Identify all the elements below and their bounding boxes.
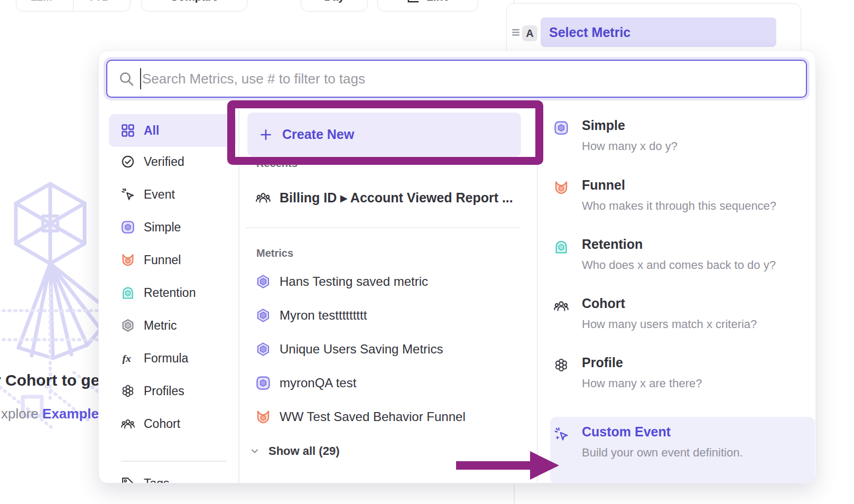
type-row-simple[interactable]: Simple How many x do y? — [550, 118, 815, 153]
type-title: Profile — [582, 355, 702, 370]
sidebar-item-all[interactable]: All — [109, 114, 236, 147]
type-row-profile[interactable]: Profile How many x are there? — [550, 355, 815, 390]
metric-list-item[interactable]: Myron testtttttttt — [255, 302, 519, 329]
verified-badge-icon — [120, 154, 135, 169]
saved-metric-hexagon-icon — [255, 274, 271, 290]
retention-icon — [120, 285, 135, 300]
metric-list-item-label: Hans Testing saved metric — [280, 274, 428, 289]
type-description: Who does x and comes back to do y? — [582, 258, 776, 272]
simple-metric-icon — [553, 120, 569, 136]
cohort-people-icon — [255, 190, 271, 206]
metric-list-item-label: myronQA test — [280, 376, 356, 390]
retention-icon — [553, 239, 569, 255]
search-field-wrapper — [106, 60, 807, 98]
recent-metric-row[interactable]: Billing ID ▸ Account Viewed Report ... — [255, 184, 519, 211]
range-ytd-label: YTD — [88, 0, 110, 3]
cohort-people-icon — [120, 416, 135, 431]
show-all-label: Show all (29) — [268, 444, 339, 458]
funnel-icon — [120, 253, 135, 267]
line-chart-icon — [406, 0, 420, 4]
chart-type-label: Line — [426, 0, 449, 3]
metrics-section-label: Metrics — [256, 247, 293, 259]
simple-metric-icon — [120, 220, 135, 235]
sidebar-item-event[interactable]: Event — [109, 178, 236, 211]
sidebar-item-label: Verified — [144, 155, 184, 169]
sidebar-item-verified[interactable]: Verified — [109, 145, 236, 178]
explore-text-fragment: xplore — [1, 406, 42, 422]
type-description: How many x are there? — [582, 377, 702, 390]
search-icon — [118, 70, 135, 87]
chart-type-button[interactable]: Line — [377, 0, 478, 12]
range-12m-label: 12M — [31, 0, 52, 3]
sidebar-item-label: Cohort — [144, 417, 180, 431]
sidebar-item-funnel[interactable]: Funnel — [109, 244, 236, 276]
app-screen: 12M YTD Compare Day Line A Select Metric — [0, 0, 854, 504]
sidebar-item-label: Profiles — [144, 384, 184, 398]
recent-metric-label: Billing ID ▸ Account Viewed Report ... — [280, 190, 513, 206]
sidebar-item-tags[interactable]: Tags — [109, 467, 236, 483]
sidebar-item-formula[interactable]: fx Formula — [109, 342, 236, 375]
search-input[interactable] — [106, 60, 807, 98]
sidebar-item-label: Simple — [144, 220, 181, 235]
type-description: How many x do y? — [582, 139, 677, 153]
event-cursor-icon — [120, 187, 135, 202]
interval-label: Day — [324, 0, 345, 3]
empty-state-illustration — [0, 176, 106, 430]
chevron-down-icon — [249, 446, 260, 456]
metric-list-item[interactable]: myronQA test — [255, 369, 519, 397]
funnel-icon — [553, 180, 569, 195]
type-row-custom-event[interactable]: Custom Event Build your own event defini… — [550, 417, 815, 483]
segment-divider — [73, 0, 74, 11]
recents-divider — [246, 227, 519, 228]
cohort-people-icon — [553, 298, 569, 314]
sidebar-item-label: Metric — [144, 319, 177, 333]
metric-list-item[interactable]: Unique Users Saving Metrics — [255, 335, 519, 363]
type-title: Custom Event — [582, 424, 743, 440]
interval-button[interactable]: Day — [301, 0, 368, 12]
type-title: Retention — [582, 237, 776, 252]
custom-event-icon — [553, 426, 569, 442]
show-all-button[interactable]: Show all (29) — [249, 439, 339, 463]
date-range-segmented-control: 12M YTD — [16, 0, 131, 12]
type-description: Build your own event definition. — [582, 446, 743, 460]
sidebar-item-metric[interactable]: Metric — [109, 309, 236, 342]
compare-button[interactable]: Compare — [141, 0, 247, 12]
range-ytd-button[interactable]: YTD — [80, 0, 130, 11]
metric-list-item-label: Unique Users Saving Metrics — [280, 342, 443, 357]
sidebar-item-simple[interactable]: Simple — [109, 211, 236, 244]
metric-list-item[interactable]: WW Test Saved Behavior Funnel — [255, 403, 519, 431]
select-metric-label: Select Metric — [549, 25, 630, 40]
sidebar-item-retention[interactable]: Retention — [109, 276, 236, 309]
metric-list-item[interactable]: Hans Testing saved metric — [255, 268, 519, 295]
sidebar-divider — [238, 109, 239, 483]
profiles-flower-icon — [120, 384, 135, 398]
type-description: How many users match x criteria? — [582, 318, 757, 331]
metric-list-item-label: Myron testtttttttt — [280, 308, 367, 323]
funnel-icon — [255, 409, 271, 425]
type-row-retention[interactable]: Retention Who does x and comes back to d… — [550, 237, 815, 272]
type-row-funnel[interactable]: Funnel Who makes it through this sequenc… — [550, 178, 815, 213]
select-metric-button[interactable]: Select Metric — [541, 17, 776, 47]
type-row-cohort[interactable]: Cohort How many users match x criteria? — [550, 296, 815, 331]
sidebar-item-label: Formula — [144, 351, 188, 366]
type-title: Cohort — [582, 296, 757, 311]
sidebar-section-divider — [121, 461, 227, 462]
grid-icon — [120, 123, 135, 138]
annotation-highlight-box — [227, 100, 543, 165]
chevron-down-icon — [114, 0, 123, 1]
simple-metric-icon — [255, 375, 271, 391]
range-12m-button[interactable]: 12M — [16, 0, 67, 11]
drag-handle-icon[interactable] — [511, 27, 521, 37]
sidebar-item-profiles[interactable]: Profiles — [109, 375, 236, 407]
type-title: Simple — [582, 118, 677, 133]
saved-metric-hexagon-icon — [255, 307, 271, 323]
sidebar-item-label: Retention — [144, 286, 196, 300]
query-row-badge: A — [522, 25, 537, 41]
sidebar-item-cohort[interactable]: Cohort — [109, 407, 236, 440]
example-link[interactable]: Example — [42, 406, 99, 422]
metric-hexagon-icon — [120, 318, 135, 333]
metric-list-item-label: WW Test Saved Behavior Funnel — [280, 409, 466, 424]
annotation-arrow — [456, 461, 531, 470]
annotation-arrow-head-icon — [530, 451, 559, 480]
empty-state-headline-fragment: r Cohort to ge — [0, 371, 99, 389]
